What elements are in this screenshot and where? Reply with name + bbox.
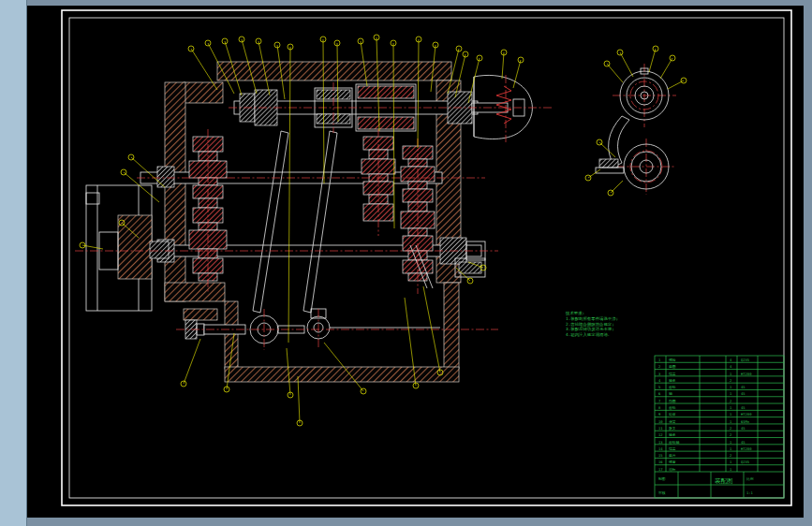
svg-text:1: 1 [730,460,732,464]
svg-text:1: 1 [730,405,732,410]
svg-text:弹簧: 弹簧 [669,419,676,424]
svg-text:1: 1 [730,385,732,389]
svg-text:1: 1 [730,419,732,424]
svg-text:2: 2 [730,378,731,383]
notes-lines: 1.装配前所有零件清洗干净;2.齿轮啮合侧隙符合规定;3.装配后转动灵活无卡滞;… [566,316,618,337]
svg-text:挡圈: 挡圈 [668,399,676,403]
svg-text:65Mn: 65Mn [741,419,749,424]
svg-text:齿轮: 齿轮 [669,385,676,389]
svg-text:10: 10 [658,419,663,424]
svg-text:1: 1 [730,372,732,376]
svg-text:螺栓: 螺栓 [669,358,676,362]
svg-text:HT200: HT200 [741,446,752,451]
svg-text:45: 45 [741,405,746,410]
svg-text:2: 2 [658,364,660,369]
svg-text:轴承: 轴承 [669,378,676,383]
detail-view-lower [596,116,669,189]
svg-text:2: 2 [730,453,731,458]
svg-text:轴承: 轴承 [669,432,676,437]
svg-text:垫片: 垫片 [669,453,676,458]
left-scroll-strip[interactable] [0,0,27,526]
notes-title: 技术要求: [565,311,584,315]
svg-text:2: 2 [730,399,731,403]
svg-text:16: 16 [658,460,663,464]
svg-text:11: 11 [658,426,663,431]
svg-text:HT200: HT200 [741,412,752,416]
shifter-mechanism [185,309,440,343]
svg-text:8: 8 [658,405,661,410]
svg-text:1: 1 [730,391,732,396]
bom-grid: 1螺栓4Q2352垫圈43端盖1HT2004轴承25齿轮1456轴1457挡圈2… [655,356,784,498]
svg-text:螺塞: 螺塞 [669,460,676,464]
svg-text:1: 1 [730,440,732,445]
svg-text:45: 45 [741,440,746,445]
technical-notes: 技术要求: 1.装配前所有零件清洗干净;2.齿轮啮合侧隙符合规定;3.装配后转动… [565,311,618,337]
svg-text:45: 45 [741,391,746,396]
svg-text:17: 17 [658,467,663,472]
svg-text:14: 14 [658,446,663,451]
svg-text:4.箱内注入规定润滑油。: 4.箱内注入规定润滑油。 [566,332,612,337]
svg-text:1.装配前所有零件清洗干净;: 1.装配前所有零件清洗干净; [566,316,618,321]
svg-text:4: 4 [730,358,732,362]
svg-text:比例: 比例 [746,476,754,481]
svg-text:12: 12 [658,432,663,437]
svg-text:45: 45 [741,426,746,431]
svg-text:4: 4 [730,364,732,369]
svg-text:轴: 轴 [669,391,672,396]
svg-text:3: 3 [658,372,660,376]
svg-text:审核: 审核 [658,490,666,495]
svg-text:13: 13 [658,440,663,445]
svg-text:Q235: Q235 [741,460,749,464]
svg-text:油标: 油标 [669,467,676,472]
svg-text:15: 15 [658,453,663,458]
cad-sheet-svg: 技术要求: 1.装配前所有零件清洗干净;2.齿轮啮合侧隙符合规定;3.装配后转动… [27,6,804,518]
svg-text:Q235: Q235 [741,358,749,362]
cad-viewer: 技术要求: 1.装配前所有零件清洗干净;2.齿轮啮合侧隙符合规定;3.装配后转动… [0,0,812,526]
svg-text:装配图: 装配图 [715,477,733,485]
svg-text:垫圈: 垫圈 [669,364,676,369]
svg-text:6: 6 [658,391,661,396]
svg-text:2: 2 [730,432,731,437]
svg-text:端盖: 端盖 [669,446,676,451]
svg-text:端盖: 端盖 [669,372,676,376]
svg-text:5: 5 [658,385,660,389]
svg-text:2: 2 [730,426,731,431]
svg-text:4: 4 [658,378,661,383]
svg-text:7: 7 [658,399,660,403]
svg-text:齿轮: 齿轮 [669,405,676,410]
bom-table: 1螺栓4Q2352垫圈43端盖1HT2004轴承25齿轮1456轴1457挡圈2… [655,356,784,498]
svg-text:拨叉: 拨叉 [668,426,676,431]
svg-text:箱体: 箱体 [669,412,676,416]
input-shaft-assembly [234,75,532,139]
svg-text:齿轮轴: 齿轮轴 [669,440,680,445]
svg-text:1: 1 [658,358,661,362]
svg-text:1:1: 1:1 [746,490,754,495]
svg-text:1: 1 [730,467,732,472]
svg-text:1: 1 [730,446,732,451]
svg-text:制图: 制图 [658,476,666,481]
drawing-canvas[interactable]: 技术要求: 1.装配前所有零件清洗干净;2.齿轮啮合侧隙符合规定;3.装配后转动… [27,6,804,518]
svg-text:45: 45 [741,385,746,389]
svg-text:HT200: HT200 [741,372,752,376]
svg-text:9: 9 [658,412,661,416]
svg-text:1: 1 [730,412,732,416]
